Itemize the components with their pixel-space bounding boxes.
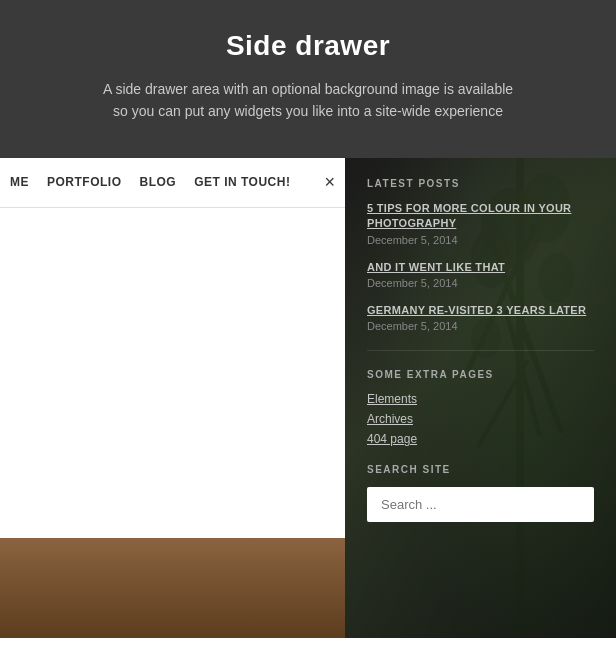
- latest-posts-title: LATEST POSTS: [367, 178, 594, 189]
- nav-item-me[interactable]: ME: [10, 175, 29, 189]
- search-input[interactable]: [367, 487, 594, 522]
- main-area: ME PORTFOLIO BLOG GET IN TOUCH! ×: [0, 158, 616, 638]
- left-panel: ME PORTFOLIO BLOG GET IN TOUCH! ×: [0, 158, 345, 638]
- close-button[interactable]: ×: [324, 172, 335, 193]
- right-panel: LATEST POSTS 5 TIPS FOR MORE COLOUR IN Y…: [345, 158, 616, 638]
- extra-pages-section: SOME EXTRA PAGES Elements Archives 404 p…: [367, 369, 594, 446]
- latest-posts-section: LATEST POSTS 5 TIPS FOR MORE COLOUR IN Y…: [367, 178, 594, 333]
- post-link-1[interactable]: 5 TIPS FOR MORE COLOUR IN YOUR PHOTOGRAP…: [367, 201, 594, 232]
- post-date-1: December 5, 2014: [367, 234, 594, 246]
- page-description: A side drawer area with an optional back…: [20, 78, 596, 123]
- post-date-2: December 5, 2014: [367, 277, 594, 289]
- nav-bar: ME PORTFOLIO BLOG GET IN TOUCH! ×: [0, 158, 345, 208]
- search-title: SEARCH SITE: [367, 464, 594, 475]
- nav-item-portfolio[interactable]: PORTFOLIO: [47, 175, 122, 189]
- page-title: Side drawer: [20, 30, 596, 62]
- page-link-archives[interactable]: Archives: [367, 412, 594, 426]
- post-link-2[interactable]: AND IT WENT LIKE THAT: [367, 260, 594, 275]
- nav-item-blog[interactable]: BLOG: [140, 175, 177, 189]
- section-divider-1: [367, 350, 594, 351]
- extra-pages-title: SOME EXTRA PAGES: [367, 369, 594, 380]
- page-link-elements[interactable]: Elements: [367, 392, 594, 406]
- sidebar-content: LATEST POSTS 5 TIPS FOR MORE COLOUR IN Y…: [367, 178, 594, 523]
- page-header: Side drawer A side drawer area with an o…: [0, 0, 616, 158]
- left-bottom-area: [0, 538, 345, 638]
- post-link-3[interactable]: GERMANY RE-VISITED 3 YEARS LATER: [367, 303, 594, 318]
- left-content-area: [0, 208, 345, 538]
- nav-item-contact[interactable]: GET IN TOUCH!: [194, 175, 290, 189]
- search-section: SEARCH SITE: [367, 464, 594, 522]
- page-link-404[interactable]: 404 page: [367, 432, 594, 446]
- post-date-3: December 5, 2014: [367, 320, 594, 332]
